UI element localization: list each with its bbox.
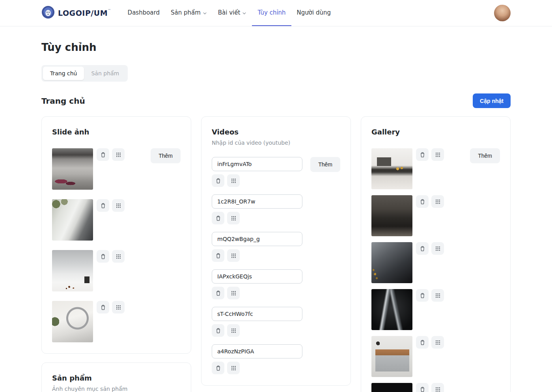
drag-handle-button[interactable] (227, 324, 240, 337)
video-id-input[interactable] (212, 307, 302, 321)
add-slide-button[interactable]: Thêm (151, 148, 181, 163)
grid-dots-icon (435, 386, 441, 392)
drag-handle-button[interactable] (431, 148, 444, 161)
drag-handle-button[interactable] (431, 383, 444, 392)
top-navbar: LOGOIP/UM™ Dashboard Sản phẩm Bài viết T… (0, 0, 552, 26)
nav-item-products[interactable]: Sản phẩm (165, 0, 213, 26)
videos-card: Videos Nhập id của video (youtube) (201, 116, 351, 386)
logo-trademark: ™ (108, 9, 111, 12)
trash-icon (100, 151, 106, 158)
drag-handle-button[interactable] (431, 195, 444, 208)
tab-products[interactable]: Sản phẩm (84, 67, 126, 80)
video-row (212, 194, 302, 224)
delete-video-button[interactable] (212, 362, 224, 374)
gallery-thumbnail (371, 383, 412, 392)
drag-handle-button[interactable] (431, 336, 444, 349)
grid-dots-icon (230, 290, 237, 297)
main-nav: Dashboard Sản phẩm Bài viết Tùy chỉnh Ng… (122, 0, 336, 26)
video-row (212, 344, 302, 374)
drag-handle-button[interactable] (431, 242, 444, 255)
page-title: Tùy chỉnh (41, 41, 511, 53)
video-id-input[interactable] (212, 194, 302, 209)
slide-row (52, 199, 125, 241)
delete-gallery-image-button[interactable] (416, 148, 429, 161)
video-id-input[interactable] (212, 157, 302, 171)
gallery-card-title: Gallery (371, 128, 500, 136)
slide-thumbnail (52, 250, 93, 291)
drag-handle-button[interactable] (227, 287, 240, 299)
add-video-button[interactable]: Thêm (310, 157, 340, 172)
grid-dots-icon (230, 252, 237, 259)
gallery-row (371, 383, 444, 392)
drag-handle-button[interactable] (431, 289, 444, 302)
gallery-thumbnail (371, 242, 412, 283)
grid-dots-icon (115, 304, 122, 311)
products-card-title: Sản phẩm (52, 374, 181, 382)
video-id-input[interactable] (212, 232, 302, 246)
trash-icon (419, 151, 426, 158)
trash-icon (419, 198, 426, 205)
delete-video-button[interactable] (212, 249, 224, 262)
delete-video-button[interactable] (212, 212, 224, 224)
trash-icon (215, 365, 222, 371)
drag-handle-button[interactable] (227, 212, 240, 224)
drag-handle-button[interactable] (112, 301, 125, 314)
tab-home[interactable]: Trang chủ (43, 67, 84, 80)
slide-row (52, 250, 125, 291)
logo[interactable]: LOGOIP/UM™ (41, 6, 111, 21)
delete-gallery-image-button[interactable] (416, 289, 429, 302)
delete-gallery-image-button[interactable] (416, 383, 429, 392)
drag-handle-button[interactable] (227, 362, 240, 374)
products-card: Sản phẩm Ảnh chuyên mục sản phẩm (41, 362, 191, 392)
grid-dots-icon (435, 198, 441, 205)
delete-slide-button[interactable] (97, 250, 109, 263)
gallery-row (371, 336, 444, 377)
delete-gallery-image-button[interactable] (416, 195, 429, 208)
delete-gallery-image-button[interactable] (416, 242, 429, 255)
drag-handle-button[interactable] (227, 249, 240, 262)
nav-item-posts[interactable]: Bài viết (213, 0, 252, 26)
video-row (212, 269, 302, 299)
videos-card-subtitle: Nhập id của video (youtube) (212, 140, 340, 146)
nav-item-users[interactable]: Người dùng (291, 0, 336, 26)
grid-dots-icon (230, 365, 237, 371)
drag-handle-button[interactable] (112, 199, 125, 212)
drag-handle-button[interactable] (227, 174, 240, 187)
grid-dots-icon (230, 215, 237, 222)
section-title: Trang chủ (41, 96, 85, 106)
slide-row (52, 301, 125, 342)
video-id-input[interactable] (212, 269, 302, 284)
grid-dots-icon (435, 339, 441, 346)
drag-handle-button[interactable] (112, 250, 125, 263)
video-row (212, 157, 302, 187)
delete-video-button[interactable] (212, 174, 224, 187)
delete-gallery-image-button[interactable] (416, 336, 429, 349)
grid-dots-icon (115, 202, 122, 209)
drag-handle-button[interactable] (112, 148, 125, 161)
videos-card-title: Videos (212, 128, 340, 136)
delete-video-button[interactable] (212, 324, 224, 337)
logo-text: LOGOIP/UM™ (58, 9, 111, 17)
grid-dots-icon (115, 151, 122, 158)
slide-thumbnail (52, 199, 93, 241)
add-gallery-image-button[interactable]: Thêm (470, 148, 500, 163)
grid-dots-icon (230, 327, 237, 334)
delete-video-button[interactable] (212, 287, 224, 299)
delete-slide-button[interactable] (97, 148, 109, 161)
user-avatar[interactable] (494, 5, 511, 21)
delete-slide-button[interactable] (97, 199, 109, 212)
grid-dots-icon (230, 177, 237, 184)
tab-group: Trang chủ Sản phẩm (41, 65, 128, 82)
slide-thumbnail (52, 148, 93, 190)
nav-item-customize[interactable]: Tùy chỉnh (252, 0, 291, 26)
update-button[interactable]: Cập nhật (473, 93, 511, 108)
nav-item-dashboard[interactable]: Dashboard (122, 0, 165, 26)
gallery-card: Gallery (361, 116, 511, 392)
gallery-row (371, 195, 444, 236)
trash-icon (215, 177, 222, 184)
video-id-input[interactable] (212, 344, 302, 358)
gallery-thumbnail (371, 148, 412, 189)
delete-slide-button[interactable] (97, 301, 109, 314)
products-card-subtitle: Ảnh chuyên mục sản phẩm (52, 386, 181, 392)
trash-icon (100, 253, 106, 260)
